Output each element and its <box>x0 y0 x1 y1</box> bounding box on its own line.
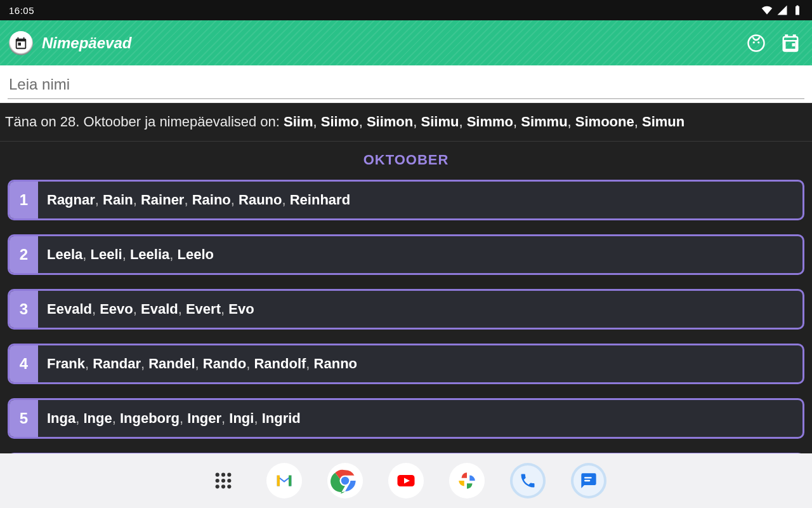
day-number: 4 <box>10 345 38 382</box>
svg-point-8 <box>221 479 225 483</box>
svg-point-0 <box>749 35 764 51</box>
name: Randel <box>148 356 195 371</box>
name: Evald <box>141 301 178 317</box>
day-names: Frank, Randar, Randel, Rando, Randolf, R… <box>38 345 802 382</box>
svg-point-2 <box>757 41 759 43</box>
name: Reinhard <box>290 192 350 208</box>
day-number: 5 <box>10 400 38 437</box>
today-prefix: Täna on 28. Oktoober ja nimepäevalised o… <box>5 114 284 130</box>
today-name: Siimon <box>367 114 413 130</box>
name: Ragnar <box>47 192 95 208</box>
name: Randar <box>93 356 141 371</box>
android-status-bar: 16:05 <box>0 0 812 20</box>
messages-icon <box>580 472 598 490</box>
name: Ingeborg <box>120 410 180 426</box>
today-name: Siim <box>284 114 313 130</box>
day-names: Ragnar, Rain, Rainer, Raino, Rauno, Rein… <box>38 182 802 218</box>
day-number: 1 <box>10 182 38 218</box>
name: Eevald <box>47 301 92 317</box>
svg-point-9 <box>227 479 231 483</box>
profile-button[interactable] <box>743 30 769 56</box>
today-name: Simoone <box>575 114 634 130</box>
chrome-app[interactable] <box>327 463 363 498</box>
wifi-icon <box>761 4 773 16</box>
photos-icon <box>456 470 478 491</box>
today-banner: Täna on 28. Oktoober ja nimepäevalised o… <box>0 103 812 142</box>
android-taskbar <box>0 453 812 508</box>
day-names: Inga, Inge, Ingeborg, Inger, Ingi, Ingri… <box>38 400 802 437</box>
name: Inga <box>47 410 75 426</box>
apps-grid-icon <box>213 471 233 491</box>
day-row[interactable]: 3Eevald, Eevo, Evald, Evert, Evo <box>8 289 804 330</box>
name: Inger <box>187 410 221 426</box>
name: Ingrid <box>262 410 301 426</box>
search-input[interactable] <box>8 72 804 99</box>
youtube-icon <box>395 469 417 492</box>
youtube-app[interactable] <box>388 463 424 498</box>
day-number: 3 <box>10 291 38 328</box>
calendar-icon <box>781 34 800 53</box>
name: Ranno <box>314 356 357 371</box>
name: Leeli <box>91 246 122 262</box>
app-logo-icon <box>9 31 33 55</box>
phone-app[interactable] <box>510 463 546 498</box>
status-time: 16:05 <box>9 5 34 16</box>
today-name: Siimo <box>321 114 359 130</box>
day-row[interactable]: 1Ragnar, Rain, Rainer, Raino, Rauno, Rei… <box>8 180 804 220</box>
name: Inge <box>83 410 112 426</box>
gmail-icon <box>273 470 295 491</box>
calendar-button[interactable] <box>778 30 803 56</box>
name: Frank <box>47 356 85 371</box>
day-row[interactable]: 5Inga, Inge, Ingeborg, Inger, Ingi, Ingr… <box>8 398 804 439</box>
name: Rauno <box>239 192 282 208</box>
svg-point-11 <box>221 485 225 488</box>
today-name: Siimu <box>421 114 459 130</box>
search-container <box>0 65 812 103</box>
name: Evert <box>186 301 221 317</box>
name: Evo <box>228 301 254 317</box>
svg-point-5 <box>221 473 225 477</box>
phone-icon <box>519 472 537 490</box>
svg-point-1 <box>753 41 755 43</box>
today-names: Siim, Siimo, Siimon, Siimu, Simmo, Simmu… <box>284 114 684 130</box>
photos-app[interactable] <box>449 463 485 498</box>
name: Rain <box>103 192 133 208</box>
today-name: Simmo <box>467 114 513 130</box>
cellular-icon <box>776 4 788 16</box>
name: Rando <box>203 356 246 371</box>
name: Raino <box>192 192 231 208</box>
day-names: Eevald, Eevo, Evald, Evert, Evo <box>38 291 802 328</box>
svg-point-12 <box>227 485 231 488</box>
name: Leela <box>47 246 82 262</box>
today-name: Simun <box>642 114 684 130</box>
app-bar: Nimepäevad <box>0 20 812 65</box>
battery-icon <box>792 4 803 16</box>
svg-point-10 <box>216 485 219 488</box>
month-heading: OKTOOBER <box>8 142 804 180</box>
all-apps-button[interactable] <box>206 463 241 498</box>
app-title: Nimepäevad <box>42 34 131 52</box>
name: Rainer <box>141 192 184 208</box>
name: Leelia <box>130 246 169 262</box>
svg-point-4 <box>216 473 219 477</box>
svg-rect-3 <box>792 43 796 46</box>
chrome-icon <box>329 465 361 497</box>
face-icon <box>747 34 766 53</box>
svg-point-15 <box>341 477 350 485</box>
gmail-app[interactable] <box>266 463 302 498</box>
name: Leelo <box>177 246 213 262</box>
name: Randolf <box>254 356 306 371</box>
today-name: Simmu <box>521 114 567 130</box>
svg-rect-18 <box>584 480 590 481</box>
day-row[interactable]: 2Leela, Leeli, Leelia, Leelo <box>8 234 804 275</box>
day-row[interactable]: 4Frank, Randar, Randel, Rando, Randolf, … <box>8 344 804 384</box>
svg-point-6 <box>227 473 231 477</box>
messages-app[interactable] <box>571 463 606 498</box>
day-names: Leela, Leeli, Leelia, Leelo <box>38 236 802 273</box>
svg-rect-17 <box>584 477 592 478</box>
svg-point-7 <box>216 479 219 483</box>
day-number: 2 <box>10 236 38 273</box>
name: Ingi <box>229 410 254 426</box>
name: Eevo <box>100 301 133 317</box>
